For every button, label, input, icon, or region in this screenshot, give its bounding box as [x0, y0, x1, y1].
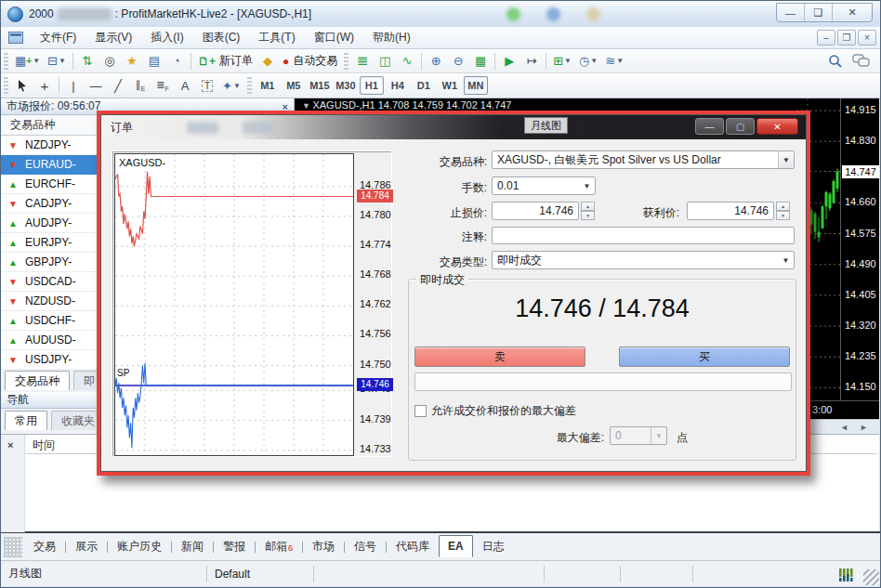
- menu-item-W[interactable]: 窗口(W): [305, 26, 363, 49]
- horizontal-line-tool-button[interactable]: —: [85, 76, 106, 96]
- chart-shift-toggle[interactable]: ↦: [521, 51, 542, 71]
- terminal-tab-日志[interactable]: 日志: [474, 535, 513, 558]
- timeframe-mn[interactable]: MN: [464, 76, 488, 95]
- order-dialog-titlebar[interactable]: 订单 — ▢ ✕: [101, 115, 806, 139]
- arrows-tool-button[interactable]: ✦▼: [219, 76, 243, 96]
- timeframe-h4[interactable]: H4: [386, 76, 410, 95]
- terminal-tab-交易[interactable]: 交易: [25, 535, 64, 558]
- auto-scroll-toggle[interactable]: ▶: [499, 51, 519, 71]
- terminal-tab-代码库[interactable]: 代码库: [388, 535, 438, 558]
- dialog-maximize-button[interactable]: ▢: [726, 118, 755, 135]
- takeprofit-input[interactable]: 14.746: [687, 202, 774, 220]
- menu-item-V[interactable]: 显示(V): [85, 26, 141, 49]
- menu-item-H[interactable]: 帮助(H): [363, 26, 420, 49]
- order-type-select[interactable]: 即时成交 ▼: [492, 251, 795, 269]
- new-order-button[interactable]: 🗋+新订单: [195, 51, 256, 71]
- trendline-tool-button[interactable]: ╱: [108, 76, 128, 96]
- close-button[interactable]: ✕: [833, 4, 872, 21]
- comment-input[interactable]: [492, 227, 795, 244]
- stoploss-input[interactable]: 14.746: [492, 202, 579, 220]
- market-watch-toggle[interactable]: ⇅: [77, 51, 98, 71]
- crosshair-tool-button[interactable]: +: [34, 76, 55, 96]
- zoom-out-button[interactable]: ⊖: [448, 51, 468, 71]
- scroll-right-icon[interactable]: ►: [860, 423, 868, 432]
- status-profile[interactable]: Default: [207, 566, 314, 582]
- sell-button[interactable]: 卖: [414, 346, 585, 367]
- buy-button[interactable]: 买: [619, 346, 790, 367]
- dialog-close-button[interactable]: ✕: [756, 118, 798, 135]
- timeframe-h1[interactable]: H1: [360, 76, 384, 95]
- chevron-down-icon[interactable]: ▼: [778, 151, 794, 168]
- deviation-checkbox[interactable]: [414, 405, 427, 417]
- data-window-toggle[interactable]: ◎: [99, 51, 120, 71]
- terminal-tab-市场[interactable]: 市场: [304, 535, 343, 558]
- mdi-restore-button[interactable]: ❐: [837, 30, 856, 46]
- timeframe-w1[interactable]: W1: [438, 76, 462, 95]
- autotrading-button[interactable]: ●自动交易: [280, 51, 340, 71]
- menu-item-T[interactable]: 工具(T): [249, 26, 304, 49]
- terminal-close-icon[interactable]: ×: [7, 439, 13, 451]
- indicators-button[interactable]: ⊞▼: [550, 51, 574, 71]
- menu-item-C[interactable]: 图表(C): [193, 26, 250, 49]
- minimize-button[interactable]: —: [777, 4, 805, 21]
- terminal-tab-警报[interactable]: 警报: [215, 535, 254, 558]
- spin-up-icon[interactable]: ▲: [776, 202, 790, 211]
- navigator-toggle[interactable]: ★: [122, 51, 142, 71]
- timeframe-m1[interactable]: M1: [256, 76, 280, 95]
- tab-symbols[interactable]: 交易品种: [5, 371, 70, 390]
- chart-price-axis[interactable]: 14.91514.83014.74714.66014.57514.49014.4…: [840, 98, 879, 400]
- periods-button[interactable]: ◷▼: [576, 51, 600, 71]
- text-tool-button[interactable]: A: [175, 76, 195, 96]
- takeprofit-stepper[interactable]: ▲▼: [776, 202, 790, 220]
- panel-grip[interactable]: [4, 537, 22, 557]
- chat-icon[interactable]: [852, 54, 871, 69]
- mdi-minimize-button[interactable]: –: [817, 30, 835, 46]
- chevron-down-icon[interactable]: ▼: [778, 252, 794, 268]
- scroll-left-icon[interactable]: ◄: [840, 423, 848, 432]
- timeframe-d1[interactable]: D1: [412, 76, 436, 95]
- cursor-tool-button[interactable]: [12, 76, 33, 96]
- bar-chart-button[interactable]: 𝌆: [352, 51, 373, 71]
- zoom-in-button[interactable]: ⊕: [426, 51, 446, 71]
- templates-button[interactable]: ≋▼: [602, 51, 626, 71]
- symbol-select[interactable]: XAGUSD-, 白银美元 Spot Silver vs US Dollar ▼: [492, 150, 795, 169]
- volume-select[interactable]: 0.01 ▼: [492, 176, 596, 195]
- menu-item-F[interactable]: 文件(F): [31, 26, 85, 49]
- candlestick-chart-button[interactable]: ◫: [375, 51, 395, 71]
- spin-down-icon[interactable]: ▼: [776, 211, 790, 220]
- terminal-tab-展示[interactable]: 展示: [67, 535, 106, 558]
- mdi-close-button[interactable]: ×: [858, 30, 876, 46]
- deviation-checkbox-label[interactable]: 允许成交价和报价的最大偏差: [431, 403, 576, 419]
- profiles-button[interactable]: ⊟▼: [45, 51, 69, 71]
- line-chart-button[interactable]: ∿: [397, 51, 417, 71]
- toolbar-grip[interactable]: [4, 77, 8, 94]
- timeframe-m30[interactable]: M30: [334, 76, 358, 95]
- toolbar-grip[interactable]: [344, 53, 348, 70]
- metaeditor-button[interactable]: ◆: [257, 51, 278, 71]
- toolbar-grip[interactable]: [247, 77, 252, 94]
- toolbar-grip[interactable]: [4, 53, 8, 70]
- terminal-tab-邮箱[interactable]: 邮箱6: [256, 535, 301, 558]
- terminal-tab-信号[interactable]: 信号: [346, 535, 385, 558]
- terminal-tab-新闻[interactable]: 新闻: [173, 535, 212, 558]
- channel-tool-button[interactable]: ∥E: [130, 76, 151, 96]
- terminal-toggle[interactable]: ▤: [144, 51, 164, 71]
- maximize-button[interactable]: ❑: [805, 4, 833, 21]
- chevron-down-icon[interactable]: ▼: [579, 177, 595, 194]
- timeframe-m5[interactable]: M5: [282, 76, 306, 95]
- timeframe-m15[interactable]: M15: [308, 76, 332, 95]
- tile-windows-button[interactable]: ▦: [470, 51, 491, 71]
- menu-item-I[interactable]: 插入(I): [141, 26, 192, 49]
- terminal-tab-ea[interactable]: EA: [439, 535, 473, 557]
- tab-common[interactable]: 常用: [5, 411, 47, 430]
- fibonacci-tool-button[interactable]: ≣F: [152, 76, 173, 96]
- resize-grip[interactable]: [863, 569, 879, 585]
- strategy-tester-toggle[interactable]: ◔: [166, 51, 187, 71]
- text-label-tool-button[interactable]: T: [197, 76, 217, 96]
- terminal-tab-账户历史[interactable]: 账户历史: [109, 535, 170, 558]
- search-icon[interactable]: [828, 54, 843, 69]
- time-column-label[interactable]: 时间: [33, 438, 55, 453]
- new-chart-button[interactable]: ▦+▼: [12, 51, 43, 71]
- dialog-minimize-button[interactable]: —: [695, 118, 724, 135]
- vertical-line-tool-button[interactable]: |: [63, 76, 84, 96]
